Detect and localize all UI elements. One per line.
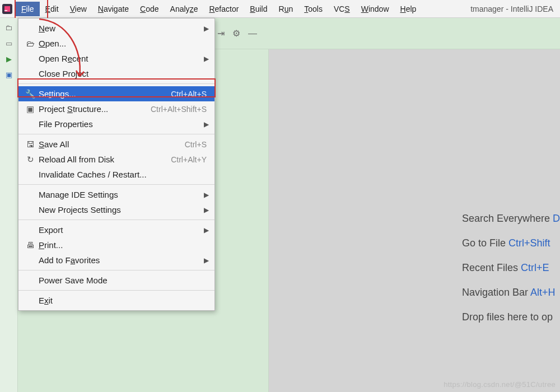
menubar-item-build[interactable]: Build bbox=[244, 2, 273, 16]
menubar-item-analyze[interactable]: Analyze bbox=[165, 2, 204, 16]
menu-item-label: Export bbox=[36, 225, 207, 235]
chevron-right-icon: ▶ bbox=[204, 55, 209, 63]
menubar-item-help[interactable]: Help bbox=[395, 2, 422, 16]
menu-item-new-projects-settings[interactable]: New Projects Settings▶ bbox=[18, 202, 214, 217]
menu-item-label: Reload All from Disk bbox=[36, 155, 171, 164]
menubar-item-refactor[interactable]: Refactor bbox=[203, 2, 244, 16]
secondary-icons: ⇥ ⚙ — bbox=[217, 28, 257, 39]
menu-item-power-save-mode[interactable]: Power Save Mode bbox=[18, 273, 214, 288]
menu-item-label: New bbox=[36, 24, 207, 33]
menu-item-label: Invalidate Caches / Restart... bbox=[36, 170, 207, 179]
menubar-item-edit[interactable]: Edit bbox=[40, 2, 64, 16]
menu-item-add-to-favorites[interactable]: Add to Favorites▶ bbox=[18, 253, 214, 268]
menu-item-project-structure[interactable]: ▣Project Structure...Ctrl+Alt+Shift+S bbox=[18, 101, 214, 116]
module-icon: ▣ bbox=[24, 104, 36, 114]
menu-item-label: Open... bbox=[36, 39, 207, 48]
chevron-right-icon: ▶ bbox=[204, 191, 209, 199]
window-icon[interactable]: ▭ bbox=[2, 37, 16, 49]
menu-item-exit[interactable]: Exit bbox=[18, 293, 214, 308]
menu-item-label: Open Recent bbox=[36, 54, 207, 63]
menu-item-label: Power Save Mode bbox=[36, 276, 207, 285]
chevron-right-icon: ▶ bbox=[204, 256, 209, 264]
menu-item-close-project[interactable]: Close Project bbox=[18, 66, 214, 81]
window-title: tmanager - IntelliJ IDEA bbox=[470, 4, 560, 13]
menu-separator bbox=[18, 184, 214, 185]
menu-item-label: Settings... bbox=[36, 89, 171, 99]
menu-item-label: Close Project bbox=[36, 69, 207, 78]
menubar-item-navigate[interactable]: Navigate bbox=[92, 2, 134, 16]
menu-item-new[interactable]: New▶ bbox=[18, 21, 214, 36]
chevron-right-icon: ▶ bbox=[204, 206, 209, 214]
left-toolstrip: 🗀 ▭ ▶ ▣ bbox=[0, 18, 18, 392]
chevron-right-icon: ▶ bbox=[204, 120, 209, 128]
menubar-item-window[interactable]: Window bbox=[356, 2, 395, 16]
welcome-hint: Navigation Bar Alt+H bbox=[462, 280, 560, 305]
menu-separator bbox=[18, 220, 214, 220]
file-menu-dropdown: New▶🗁Open...Open Recent▶Close Project🔧Se… bbox=[18, 18, 215, 311]
menu-item-open-recent[interactable]: Open Recent▶ bbox=[18, 51, 214, 66]
menu-separator bbox=[18, 134, 214, 134]
menu-separator bbox=[18, 290, 214, 291]
menu-item-settings[interactable]: 🔧Settings...Ctrl+Alt+S bbox=[18, 86, 214, 101]
align-icon[interactable]: ⇥ bbox=[217, 28, 225, 39]
print-icon: 🖶 bbox=[24, 240, 36, 250]
menu-item-label: Save All bbox=[36, 139, 185, 149]
menu-item-label: Project Structure... bbox=[36, 104, 151, 114]
welcome-hint: Recent Files Ctrl+E bbox=[462, 255, 560, 280]
menu-item-label: Manage IDE Settings bbox=[36, 190, 207, 199]
module-icon[interactable]: ▣ bbox=[2, 68, 16, 81]
menu-item-invalidate-caches-restart[interactable]: Invalidate Caches / Restart... bbox=[18, 167, 214, 182]
folder-icon[interactable]: 🗀 bbox=[2, 21, 16, 34]
menu-item-print[interactable]: 🖶Print... bbox=[18, 237, 214, 253]
menu-separator bbox=[18, 83, 214, 84]
menu-item-shortcut: Ctrl+Alt+S bbox=[171, 90, 207, 99]
svg-rect-1 bbox=[4, 10, 7, 11]
welcome-hints: Search Everywhere DGo to File Ctrl+Shift… bbox=[462, 206, 560, 329]
menu-item-export[interactable]: Export▶ bbox=[18, 222, 214, 237]
menu-separator bbox=[18, 270, 214, 270]
run-icon[interactable]: ▶ bbox=[2, 53, 16, 65]
menu-item-label: Add to Favorites bbox=[36, 255, 207, 265]
menubar-item-tools[interactable]: Tools bbox=[298, 2, 328, 16]
menu-item-label: File Properties bbox=[36, 119, 207, 129]
welcome-hint: Go to File Ctrl+Shift bbox=[462, 231, 560, 255]
menubar-item-view[interactable]: View bbox=[64, 2, 92, 16]
wrench-icon: 🔧 bbox=[24, 89, 36, 99]
menu-item-open[interactable]: 🗁Open... bbox=[18, 36, 214, 51]
chevron-right-icon: ▶ bbox=[204, 25, 209, 32]
menubar-item-file[interactable]: File bbox=[16, 2, 40, 16]
chevron-right-icon: ▶ bbox=[204, 226, 209, 234]
editor-right-pane: Search Everywhere DGo to File Ctrl+Shift… bbox=[269, 49, 560, 392]
welcome-hint: Search Everywhere D bbox=[462, 206, 560, 231]
menu-item-label: Print... bbox=[36, 240, 207, 250]
menu-item-shortcut: Ctrl+Alt+Y bbox=[171, 155, 207, 164]
menubar: FileEditViewNavigateCodeAnalyzeRefactorB… bbox=[0, 0, 560, 18]
menu-item-shortcut: Ctrl+S bbox=[185, 140, 207, 149]
menubar-item-vcs[interactable]: VCS bbox=[328, 2, 356, 16]
menubar-item-code[interactable]: Code bbox=[134, 2, 164, 16]
reload-icon: ↻ bbox=[24, 155, 36, 165]
welcome-hint: Drop files here to op bbox=[462, 305, 560, 329]
folder-open-icon: 🗁 bbox=[24, 39, 36, 48]
gear-icon[interactable]: ⚙ bbox=[232, 28, 240, 39]
menu-item-label: New Projects Settings bbox=[36, 205, 207, 214]
minus-icon[interactable]: — bbox=[248, 29, 257, 39]
menu-item-manage-ide-settings[interactable]: Manage IDE Settings▶ bbox=[18, 187, 214, 202]
menu-item-reload-all-from-disk[interactable]: ↻Reload All from DiskCtrl+Alt+Y bbox=[18, 152, 214, 167]
menu-item-shortcut: Ctrl+Alt+Shift+S bbox=[151, 105, 207, 114]
menu-item-label: Exit bbox=[36, 296, 207, 305]
app-icon bbox=[2, 4, 12, 14]
menu-item-file-properties[interactable]: File Properties▶ bbox=[18, 116, 214, 132]
menubar-item-run[interactable]: Run bbox=[273, 2, 299, 16]
watermark-text: https://blog.csdn.net/@51C/utree bbox=[444, 380, 556, 389]
menu-item-save-all[interactable]: 🖫Save AllCtrl+S bbox=[18, 137, 214, 152]
save-icon: 🖫 bbox=[24, 139, 36, 149]
